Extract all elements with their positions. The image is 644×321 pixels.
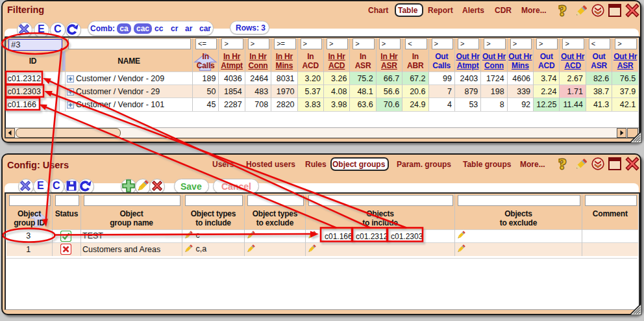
svg-text:?: ? [559, 155, 567, 172]
svg-text:?: ? [559, 2, 567, 19]
